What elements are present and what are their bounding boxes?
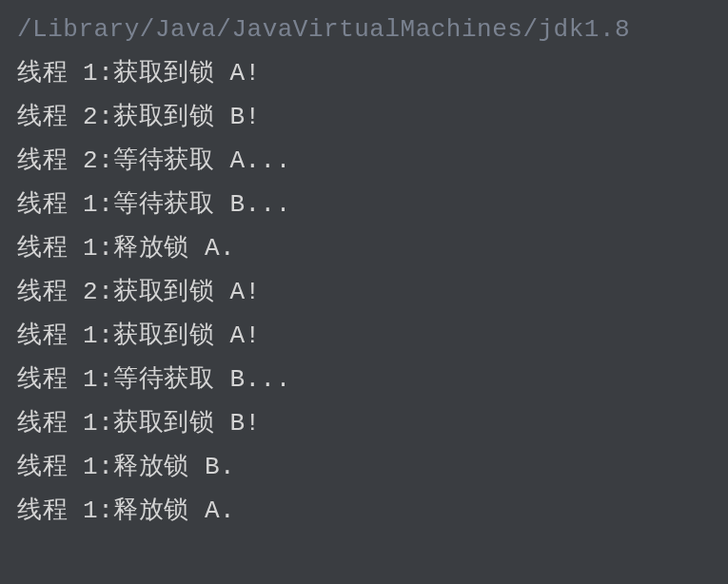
console-log-line: 线程 2:获取到锁 A! [17, 270, 711, 314]
console-log-line: 线程 1:释放锁 B. [17, 445, 711, 489]
console-log-line: 线程 2:获取到锁 B! [17, 95, 711, 139]
console-log-line: 线程 1:获取到锁 A! [17, 51, 711, 95]
console-log-line: 线程 1:等待获取 B... [17, 358, 711, 401]
console-output: /Library/Java/JavaVirtualMachines/jdk1.8… [0, 0, 728, 546]
console-header-path: /Library/Java/JavaVirtualMachines/jdk1.8 [17, 8, 711, 51]
console-log-line: 线程 1:等待获取 B... [17, 183, 711, 226]
console-log-line: 线程 1:获取到锁 B! [17, 401, 711, 445]
console-log-line: 线程 1:释放锁 A. [17, 489, 711, 533]
console-log-line: 线程 1:释放锁 A. [17, 226, 711, 270]
console-log-line: 线程 2:等待获取 A... [17, 139, 711, 183]
console-log-line: 线程 1:获取到锁 A! [17, 314, 711, 358]
